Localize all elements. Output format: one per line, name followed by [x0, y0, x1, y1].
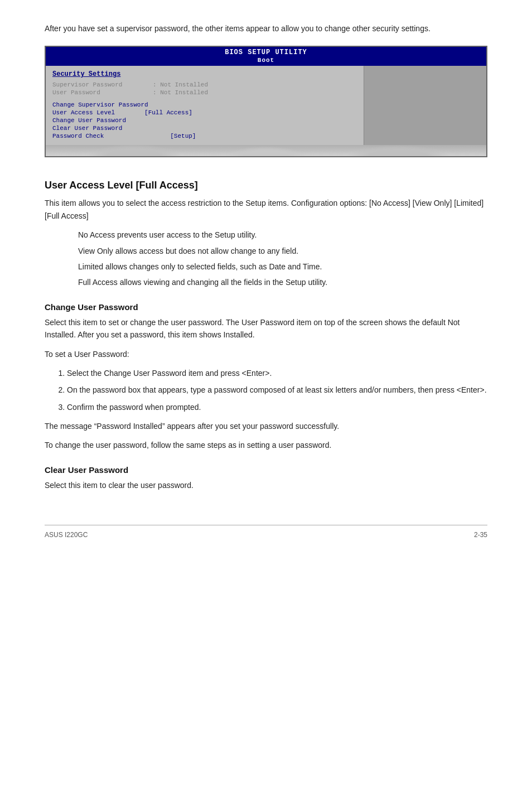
bios-user-value: : Not Installed: [153, 89, 208, 96]
bios-subtitle: Boot: [258, 57, 274, 64]
user-access-level-heading: User Access Level [Full Access]: [45, 180, 487, 191]
clear-user-password-heading: Clear User Password: [45, 465, 487, 475]
step-3: Confirm the password when prompted.: [67, 401, 487, 413]
footer-divider: [45, 525, 487, 525]
user-access-level-body: This item allows you to select the acces…: [45, 197, 487, 222]
bios-user-row: User Password : Not Installed: [52, 89, 357, 96]
bios-user-label: User Password: [52, 89, 153, 96]
change-user-password-heading: Change User Password: [45, 302, 487, 312]
bios-screenshot: BIOS SETUP UTILITY Boot Security Setting…: [45, 46, 487, 157]
bios-menu-user-access: User Access Level [Full Access]: [52, 109, 357, 116]
clear-user-password-body: Select this item to clear the user passw…: [45, 479, 487, 491]
bios-left-panel: Security Settings Supervisor Password : …: [46, 66, 364, 145]
full-access-item: Full Access allows viewing and changing …: [78, 276, 487, 288]
bios-supervisor-label: Supervisor Password: [52, 81, 153, 88]
step-2: On the password box that appears, type a…: [67, 384, 487, 396]
change-user-password-body: Select this item to set or change the us…: [45, 316, 487, 341]
bios-section-title: Security Settings: [52, 70, 357, 78]
footer-left: ASUS I220GC: [45, 531, 88, 539]
bios-menu-clear-user: Clear User Password: [52, 125, 357, 132]
password-installed-message: The message “Password Installed” appears…: [45, 420, 487, 432]
view-only-item: View Only allows access but does not all…: [78, 245, 487, 257]
bios-menu-change-supervisor: Change Supervisor Password: [52, 102, 357, 108]
bios-supervisor-row: Supervisor Password : Not Installed: [52, 81, 357, 88]
no-access-item: No Access prevents user access to the Se…: [78, 229, 487, 241]
footer-right: 2-35: [474, 531, 487, 539]
bios-menu-password-check: Password Check [Setup]: [52, 133, 357, 139]
bios-right-panel: [364, 66, 486, 145]
to-set-password-label: To set a User Password:: [45, 348, 487, 360]
bios-supervisor-value: : Not Installed: [153, 81, 208, 88]
bios-title: BIOS SETUP UTILITY: [225, 49, 307, 56]
change-password-steps: Select the Change User Password item and…: [67, 367, 487, 413]
bios-bottom-wave: [46, 145, 486, 156]
footer: ASUS I220GC 2-35: [45, 531, 487, 539]
bios-content: Security Settings Supervisor Password : …: [46, 66, 486, 145]
bios-menu-change-user: Change User Password: [52, 117, 357, 124]
limited-item: Limited allows changes only to selected …: [78, 260, 487, 273]
step-1: Select the Change User Password item and…: [67, 367, 487, 379]
bios-title-bar: BIOS SETUP UTILITY Boot: [46, 47, 486, 66]
intro-text: After you have set a supervisor password…: [45, 22, 487, 35]
change-password-note: To change the user password, follow the …: [45, 439, 487, 451]
